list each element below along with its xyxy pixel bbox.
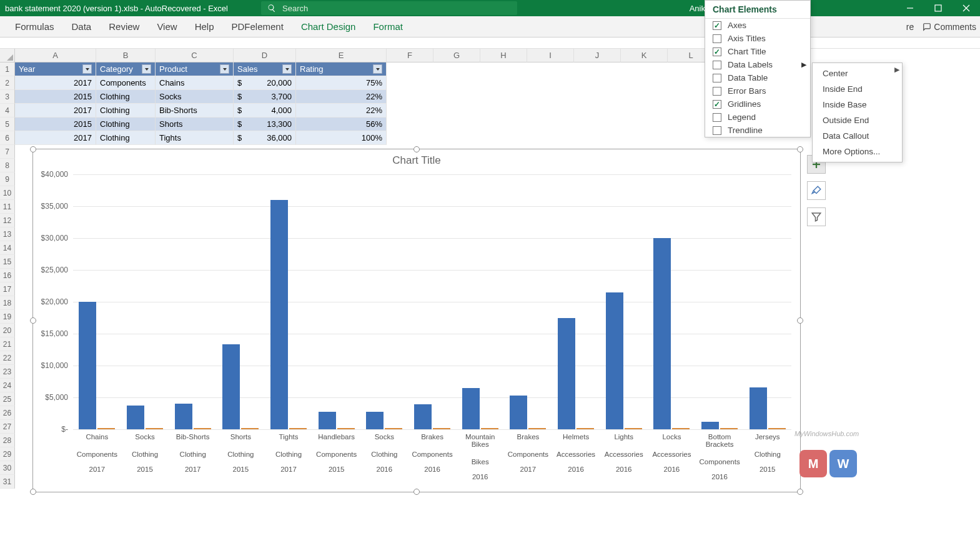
table-cell[interactable]: Tights <box>156 131 234 145</box>
table-cell[interactable]: Socks <box>156 90 234 104</box>
bar-rating[interactable] <box>241 428 259 429</box>
submenu-item[interactable]: Center <box>813 66 902 81</box>
row-header[interactable]: 26 <box>0 406 15 420</box>
table-header[interactable]: Year <box>15 62 96 76</box>
table-header[interactable]: Category <box>96 62 156 76</box>
table-cell[interactable]: 56% <box>296 117 387 131</box>
table-cell[interactable]: $20,000 <box>234 76 296 90</box>
col-header[interactable]: H <box>480 49 527 62</box>
bar-group[interactable] <box>265 174 313 429</box>
tab-format[interactable]: Format <box>364 16 412 37</box>
table-cell[interactable]: $4,000 <box>234 104 296 117</box>
col-header[interactable]: K <box>621 49 668 62</box>
col-header[interactable]: C <box>156 49 234 62</box>
filter-dropdown-icon[interactable] <box>82 64 92 74</box>
checkbox-icon[interactable] <box>713 47 721 56</box>
bar-sales[interactable] <box>414 404 432 429</box>
tab-view[interactable]: View <box>148 16 186 37</box>
col-header[interactable]: E <box>296 49 387 62</box>
table-cell[interactable]: $3,700 <box>234 90 296 104</box>
table-cell[interactable]: 22% <box>296 90 387 104</box>
chart-title[interactable]: Chart Title <box>33 154 800 167</box>
bar-sales[interactable] <box>270 200 288 429</box>
submenu-item[interactable]: Inside End <box>813 81 902 97</box>
table-header[interactable]: Sales <box>234 62 296 76</box>
table-cell[interactable]: 100% <box>296 131 387 145</box>
chart-plot-area[interactable] <box>73 174 791 429</box>
bar-group[interactable] <box>743 174 791 429</box>
tab-data[interactable]: Data <box>63 16 101 37</box>
table-cell[interactable]: Shorts <box>156 117 234 131</box>
bar-sales[interactable] <box>222 344 240 429</box>
chart-element-option[interactable]: Axis Titles <box>705 32 810 45</box>
bar-sales[interactable] <box>653 238 671 429</box>
chart-element-option[interactable]: Chart Title <box>705 45 810 58</box>
row-header[interactable]: 8 <box>0 159 15 172</box>
col-header[interactable]: F <box>387 49 433 62</box>
tab-chart-design[interactable]: Chart Design <box>292 16 365 37</box>
col-header[interactable]: I <box>527 49 574 62</box>
bar-group[interactable] <box>312 174 360 429</box>
row-header[interactable]: 17 <box>0 282 15 296</box>
table-cell[interactable]: 2015 <box>15 90 96 104</box>
row-header[interactable]: 30 <box>0 461 15 475</box>
table-cell[interactable]: 22% <box>296 104 387 117</box>
row-header[interactable]: 23 <box>0 365 15 379</box>
bar-group[interactable] <box>73 174 121 429</box>
table-header[interactable]: Product <box>156 62 234 76</box>
row-header[interactable]: 21 <box>0 337 15 351</box>
table-cell[interactable]: 2017 <box>15 76 96 90</box>
bar-group[interactable] <box>456 174 504 429</box>
bar-rating[interactable] <box>146 428 163 429</box>
tab-review[interactable]: Review <box>100 16 148 37</box>
bar-rating[interactable] <box>625 428 642 429</box>
bar-group[interactable] <box>696 174 744 429</box>
checkbox-icon[interactable] <box>713 74 721 82</box>
filter-dropdown-icon[interactable] <box>220 64 229 74</box>
row-header[interactable]: 28 <box>0 434 15 447</box>
table-cell[interactable]: Clothing <box>96 104 156 117</box>
row-header[interactable]: 6 <box>0 131 15 145</box>
select-all-corner[interactable] <box>0 49 15 62</box>
chart-element-option[interactable]: Axes <box>705 19 810 32</box>
chart-element-option[interactable]: Gridlines <box>705 97 810 111</box>
bar-rating[interactable] <box>577 428 594 429</box>
filter-dropdown-icon[interactable] <box>373 64 382 74</box>
bar-group[interactable] <box>600 174 648 429</box>
chart-filters-button[interactable] <box>807 207 826 226</box>
chart-styles-button[interactable] <box>807 181 826 200</box>
col-header[interactable]: G <box>433 49 480 62</box>
bar-sales[interactable] <box>366 412 384 429</box>
table-cell[interactable]: Clothing <box>96 131 156 145</box>
row-header[interactable]: 2 <box>0 76 15 90</box>
bar-sales[interactable] <box>750 387 767 429</box>
chart-element-option[interactable]: Data Labels▶ <box>705 58 810 71</box>
table-cell[interactable]: Clothing <box>96 117 156 131</box>
row-header[interactable]: 12 <box>0 214 15 227</box>
bar-sales[interactable] <box>701 422 719 429</box>
row-header[interactable]: 27 <box>0 420 15 434</box>
share-button[interactable]: re <box>906 22 914 32</box>
minimize-button[interactable] <box>896 0 924 16</box>
table-cell[interactable]: Components <box>96 76 156 90</box>
bar-rating[interactable] <box>385 428 402 429</box>
row-header[interactable]: 4 <box>0 104 15 117</box>
submenu-item[interactable]: Outside End <box>813 112 902 128</box>
bar-rating[interactable] <box>194 428 211 429</box>
filter-dropdown-icon[interactable] <box>282 64 292 74</box>
bar-sales[interactable] <box>319 412 336 429</box>
col-header[interactable]: B <box>96 49 156 62</box>
table-cell[interactable]: 2017 <box>15 131 96 145</box>
bar-group[interactable] <box>169 174 217 429</box>
bar-rating[interactable] <box>481 428 498 429</box>
bar-group[interactable] <box>552 174 600 429</box>
table-cell[interactable]: $13,300 <box>234 117 296 131</box>
table-cell[interactable]: Chains <box>156 76 234 90</box>
bar-group[interactable] <box>408 174 457 429</box>
row-header[interactable]: 1 <box>0 62 15 76</box>
table-cell[interactable]: Clothing <box>96 90 156 104</box>
bar-sales[interactable] <box>127 406 144 429</box>
submenu-item[interactable]: More Options... <box>813 144 902 159</box>
close-button[interactable] <box>952 0 980 16</box>
table-cell[interactable]: 2017 <box>15 104 96 117</box>
